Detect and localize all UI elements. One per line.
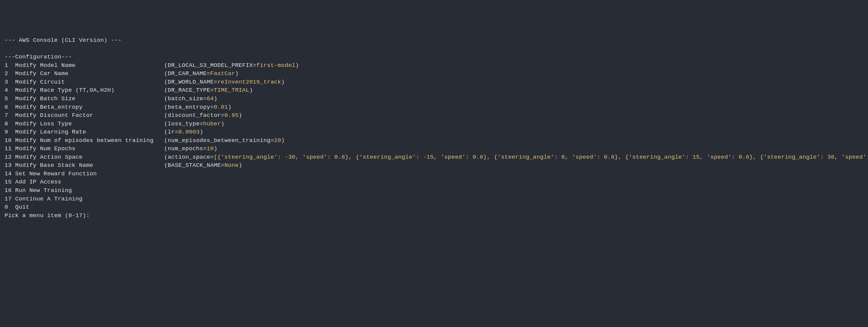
blank-line: [4, 45, 864, 53]
paren-open: (: [164, 104, 168, 110]
menu-label: Modify Car Name: [11, 70, 164, 77]
menu-label: Modify Batch Size: [11, 95, 164, 102]
config-key: action_space=: [167, 154, 214, 161]
config-value: huber: [203, 121, 221, 127]
menu-item-5[interactable]: 5 Modify Batch Size (batch_size=64): [4, 95, 864, 103]
config-value: TIME_TRIAL: [214, 87, 249, 94]
menu-num: 6: [4, 104, 11, 110]
config-key: lr=: [167, 129, 178, 135]
menu-item-14[interactable]: 14 Set New Reward Function: [4, 170, 864, 178]
config-key: DR_CAR_NAME=: [167, 70, 210, 77]
paren-open: (: [164, 162, 168, 169]
config-value: FastCar: [210, 70, 235, 77]
menu-num: 7: [4, 112, 11, 119]
config-key: DR_RACE_TYPE=: [167, 87, 214, 94]
menu-label: Modify Beta_entropy: [11, 104, 164, 110]
config-key: BASE_STACK_NAME=: [167, 162, 224, 169]
menu-item-6[interactable]: 6 Modify Beta_entropy (beta_entropy=0.01…: [4, 103, 864, 112]
config-key: num_epochs=: [167, 145, 207, 152]
config-key: DR_LOCAL_S3_MODEL_PREFIX=: [167, 62, 256, 69]
menu-label: Modify Learning Rate: [11, 129, 164, 135]
config-value: 64: [207, 95, 214, 102]
menu-num: 0: [4, 204, 11, 210]
paren-open: (: [164, 137, 168, 144]
menu-item-7[interactable]: 7 Modify Discount Factor (discount_facto…: [4, 111, 864, 120]
config-key: beta_entropy=: [167, 104, 214, 110]
menu-label: Modify Num Epochs: [11, 145, 164, 152]
config-key: discount_factor=: [167, 112, 224, 119]
menu-num: 15: [4, 178, 11, 185]
menu-num: 1: [4, 62, 11, 69]
menu-item-4[interactable]: 4 Modify Race Type (TT,OA,H2H) (DR_RACE_…: [4, 86, 864, 95]
paren-close: ): [228, 104, 231, 110]
config-value: None: [224, 162, 239, 169]
menu-item-9[interactable]: 9 Modify Learning Rate (lr=0.0003): [4, 128, 864, 136]
menu-item-15[interactable]: 15 Add IP Access: [4, 178, 864, 187]
menu-label: Modify Loss Type: [11, 121, 164, 127]
paren-close: ): [235, 70, 239, 77]
paren-close: ): [249, 87, 253, 94]
paren-close: ): [200, 129, 204, 135]
paren-open: (: [164, 121, 168, 127]
menu-num: 14: [4, 170, 11, 177]
menu-label: Quit: [11, 204, 29, 210]
menu-label: Set New Reward Function: [11, 170, 97, 177]
config-value: 0.95: [224, 112, 239, 119]
menu-label: Run New Training: [11, 187, 72, 194]
paren-open: (: [164, 79, 168, 86]
menu-label: Add IP Access: [11, 178, 61, 185]
menu-item-12[interactable]: 12 Modify Action Space (action_space=[{'…: [4, 153, 864, 162]
title-line: --- AWS Console (CLI Version) ---: [4, 36, 864, 45]
paren-open: (: [164, 87, 168, 94]
config-key: loss_type=: [167, 121, 203, 127]
section-header: ---Configuration---: [4, 53, 864, 62]
menu-item-16[interactable]: 16 Run New Training: [4, 187, 864, 195]
menu-item-11[interactable]: 11 Modify Num Epochs (num_epochs=10): [4, 145, 864, 153]
menu-num: 8: [4, 121, 11, 127]
menu-item-1[interactable]: 1 Modify Model Name (DR_LOCAL_S3_MODEL_P…: [4, 62, 864, 70]
menu-label: Continue A Training: [11, 196, 83, 202]
config-value: 20: [274, 137, 281, 144]
menu-num: 3: [4, 79, 11, 86]
paren-open: (: [164, 112, 168, 119]
config-value: 10: [207, 145, 214, 152]
paren-close: ): [281, 79, 285, 86]
menu-label: Modify Num of episodes between training: [11, 137, 164, 144]
menu-item-10[interactable]: 10 Modify Num of episodes between traini…: [4, 136, 864, 145]
config-key: DR_WORLD_NAME=: [167, 79, 217, 86]
menu-label: Modify Model Name: [11, 62, 164, 69]
menu-item-3[interactable]: 3 Modify Circuit (DR_WORLD_NAME=reInvent…: [4, 78, 864, 87]
paren-close: ): [296, 62, 299, 69]
paren-close: ): [214, 145, 217, 152]
menu-item-0[interactable]: 0 Quit: [4, 203, 864, 211]
prompt[interactable]: Pick a menu item (0-17):: [4, 211, 864, 220]
paren-open: (: [164, 129, 168, 135]
menu-item-8[interactable]: 8 Modify Loss Type (loss_type=huber): [4, 120, 864, 128]
config-value: 0.01: [214, 104, 228, 110]
menu-label: Modify Circuit: [11, 79, 164, 86]
paren-close: ): [281, 137, 285, 144]
config-value: first-model: [256, 62, 296, 69]
config-value: reInvent2019_track: [217, 79, 281, 86]
menu-num: 13: [4, 162, 11, 169]
menu-item-13[interactable]: 13 Modify Base Stack Name (BASE_STACK_NA…: [4, 161, 864, 170]
menu-item-2[interactable]: 2 Modify Car Name (DR_CAR_NAME=FastCar): [4, 70, 864, 78]
menu-label: Modify Base Stack Name: [11, 162, 164, 169]
menu-num: 12: [4, 154, 11, 161]
menu-num: 17: [4, 196, 11, 202]
menu-label: Modify Race Type (TT,OA,H2H): [11, 87, 164, 94]
menu-label: Modify Discount Factor: [11, 112, 164, 119]
paren-close: ): [221, 121, 224, 127]
paren-open: (: [164, 95, 168, 102]
menu-num: 5: [4, 95, 11, 102]
menu-num: 16: [4, 187, 11, 194]
menu-num: 9: [4, 129, 11, 135]
paren-open: (: [164, 70, 168, 77]
menu-num: 2: [4, 70, 11, 77]
paren-close: ): [239, 112, 242, 119]
config-key: num_episodes_between_training=: [167, 137, 274, 144]
menu-item-17[interactable]: 17 Continue A Training: [4, 195, 864, 203]
paren-close: ): [214, 95, 217, 102]
config-value: 0.0003: [178, 129, 199, 135]
paren-open: (: [164, 145, 168, 152]
